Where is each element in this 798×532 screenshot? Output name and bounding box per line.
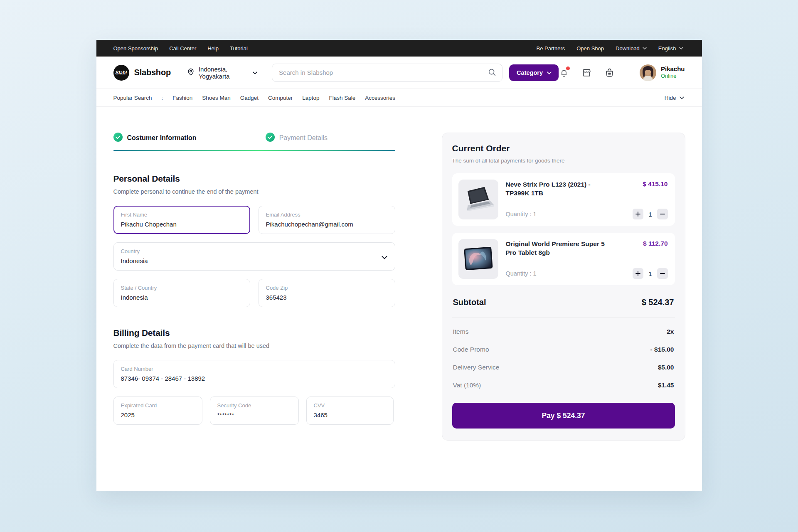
summary-row-code-promo: Code Promo - $15.00 bbox=[453, 346, 674, 353]
popular-item-accessories[interactable]: Accessories bbox=[365, 95, 395, 101]
billing-details-title: Billing Details bbox=[113, 328, 395, 338]
link-open-shop[interactable]: Open Shop bbox=[576, 45, 604, 52]
product-name: Original World Premiere Super 5 Pro Tabl… bbox=[506, 240, 612, 257]
summary-label: Delivery Service bbox=[453, 364, 500, 371]
order-item-body: Original World Premiere Super 5 Pro Tabl… bbox=[506, 239, 669, 279]
quantity-controls: 1 bbox=[633, 268, 667, 279]
link-call-center[interactable]: Call Center bbox=[169, 45, 196, 52]
increase-quantity-button[interactable] bbox=[633, 209, 643, 219]
download-menu[interactable]: Download bbox=[616, 45, 647, 52]
cvv-field[interactable]: CVV 3465 bbox=[306, 397, 394, 425]
language-menu[interactable]: English bbox=[658, 45, 683, 52]
quantity-text: Quantity : 1 bbox=[506, 211, 537, 217]
card-number-label: Card Number bbox=[121, 366, 388, 372]
current-order-subtitle: The sum of all total payments for goods … bbox=[452, 158, 675, 164]
page-card: Open Sponsorship Call Center Help Tutori… bbox=[96, 40, 702, 491]
download-menu-label: Download bbox=[616, 45, 640, 52]
first-name-field[interactable]: First Name Pikachu Chopechan bbox=[113, 206, 250, 234]
popular-item-fashion[interactable]: Fashion bbox=[172, 95, 192, 101]
expiry-value: 2025 bbox=[121, 411, 195, 419]
category-button[interactable]: Category bbox=[509, 64, 559, 81]
expiry-field[interactable]: Expirated Card 2025 bbox=[113, 397, 202, 425]
link-help[interactable]: Help bbox=[207, 45, 219, 52]
personal-details-title: Personal Details bbox=[113, 174, 395, 184]
checkout-form-column: Costumer Information Payment Details Per… bbox=[113, 133, 395, 489]
decrease-quantity-button[interactable] bbox=[657, 209, 668, 219]
summary-divider bbox=[452, 318, 675, 318]
cvv-value: 3465 bbox=[314, 411, 386, 419]
summary-label: Vat (10%) bbox=[453, 382, 481, 389]
user-avatar bbox=[640, 64, 656, 81]
user-name: Pikachu bbox=[661, 65, 685, 73]
popular-item-laptop[interactable]: Laptop bbox=[302, 95, 319, 101]
popular-item-flash-sale[interactable]: Flash Sale bbox=[329, 95, 356, 101]
first-name-label: First Name bbox=[121, 212, 243, 218]
steps-progress-line bbox=[113, 150, 395, 151]
summary-row-items: Items 2x bbox=[453, 328, 674, 335]
expiry-label: Expirated Card bbox=[121, 402, 195, 409]
zip-code-label: Code Zip bbox=[266, 285, 388, 291]
order-item-tablet: Original World Premiere Super 5 Pro Tabl… bbox=[452, 233, 675, 285]
language-menu-label: English bbox=[658, 45, 676, 52]
personal-details-subtitle: Complete personal to continue the end of… bbox=[113, 188, 395, 195]
store-icon[interactable] bbox=[581, 67, 592, 78]
brand-logo[interactable]: Slab! Slabshop bbox=[113, 65, 171, 81]
link-be-partners[interactable]: Be Partners bbox=[537, 45, 565, 52]
summary-value: $5.00 bbox=[658, 364, 674, 371]
search-input[interactable] bbox=[272, 64, 502, 82]
link-tutorial[interactable]: Tutorial bbox=[230, 45, 248, 52]
user-profile[interactable]: Pikachu Online bbox=[640, 64, 685, 81]
step-payment-details[interactable]: Payment Details bbox=[266, 133, 328, 143]
popular-search-items: Popular Search : Fashion Shoes Man Gadge… bbox=[113, 95, 396, 101]
chevron-down-icon bbox=[547, 71, 551, 74]
popular-search-bar: Popular Search : Fashion Shoes Man Gadge… bbox=[96, 89, 702, 107]
current-order-panel: Current Order The sum of all total payme… bbox=[442, 133, 685, 441]
hide-button[interactable]: Hide bbox=[665, 95, 684, 101]
security-code-field[interactable]: Security Code ******* bbox=[210, 397, 299, 425]
state-field[interactable]: State / Country Indonesia bbox=[113, 279, 250, 307]
chevron-down-icon bbox=[680, 96, 684, 99]
zip-code-field[interactable]: Code Zip 365423 bbox=[259, 279, 395, 307]
link-open-sponsorship[interactable]: Open Sponsorship bbox=[113, 45, 158, 52]
state-value: Indonesia bbox=[121, 294, 243, 301]
increase-quantity-button[interactable] bbox=[633, 268, 643, 279]
check-circle-icon bbox=[266, 133, 275, 143]
order-summary: Items 2x Code Promo - $15.00 Delivery Se… bbox=[452, 328, 675, 389]
notification-dot bbox=[566, 66, 570, 70]
zip-code-value: 365423 bbox=[266, 294, 388, 301]
location-selector[interactable]: Indonesia, Yogyakarta bbox=[187, 66, 257, 80]
popular-item-gadget[interactable]: Gadget bbox=[240, 95, 259, 101]
popular-item-computer[interactable]: Computer bbox=[268, 95, 293, 101]
country-select[interactable]: Country Indonesia bbox=[113, 242, 395, 271]
popular-item-shoes-man[interactable]: Shoes Man bbox=[202, 95, 230, 101]
topbar-right-links: Be Partners Open Shop Download English bbox=[537, 45, 683, 52]
quantity-count: 1 bbox=[648, 270, 652, 277]
order-item-body: Neve Strix Pro L123 (2021) - TP399K 1TB … bbox=[506, 180, 669, 219]
category-button-label: Category bbox=[517, 69, 543, 76]
state-label: State / Country bbox=[121, 285, 243, 291]
summary-value: 2x bbox=[667, 328, 674, 335]
email-value: Pikachuchopechan@gmail.com bbox=[266, 221, 388, 228]
current-order-title: Current Order bbox=[452, 143, 675, 153]
quantity-count: 1 bbox=[648, 211, 652, 218]
decrease-quantity-button[interactable] bbox=[657, 268, 668, 279]
product-price: $ 112.70 bbox=[643, 240, 667, 257]
pay-button[interactable]: Pay $ 524.37 bbox=[452, 403, 675, 429]
header: Slab! Slabshop Indonesia, Yogyakarta Cat… bbox=[96, 57, 702, 89]
subtotal-row: Subtotal $ 524.37 bbox=[452, 298, 675, 307]
logo-badge-icon: Slab! bbox=[113, 65, 129, 81]
email-field[interactable]: Email Address Pikachuchopechan@gmail.com bbox=[259, 206, 395, 234]
subtotal-label: Subtotal bbox=[453, 298, 486, 307]
cart-basket-icon[interactable] bbox=[604, 67, 615, 78]
security-code-label: Security Code bbox=[217, 402, 291, 409]
step-customer-information[interactable]: Costumer Information bbox=[113, 133, 197, 143]
summary-value: - $15.00 bbox=[650, 346, 674, 353]
card-number-field[interactable]: Card Number 87346- 09374 - 28467 - 13892 bbox=[113, 360, 395, 388]
email-label: Email Address bbox=[266, 212, 388, 218]
subtotal-value: $ 524.37 bbox=[642, 298, 674, 307]
chevron-down-icon bbox=[382, 254, 387, 261]
topbar-left-links: Open Sponsorship Call Center Help Tutori… bbox=[113, 45, 248, 52]
notifications-bell-icon[interactable] bbox=[559, 67, 569, 78]
search-icon[interactable] bbox=[488, 68, 497, 79]
brand-name: Slabshop bbox=[134, 68, 171, 77]
